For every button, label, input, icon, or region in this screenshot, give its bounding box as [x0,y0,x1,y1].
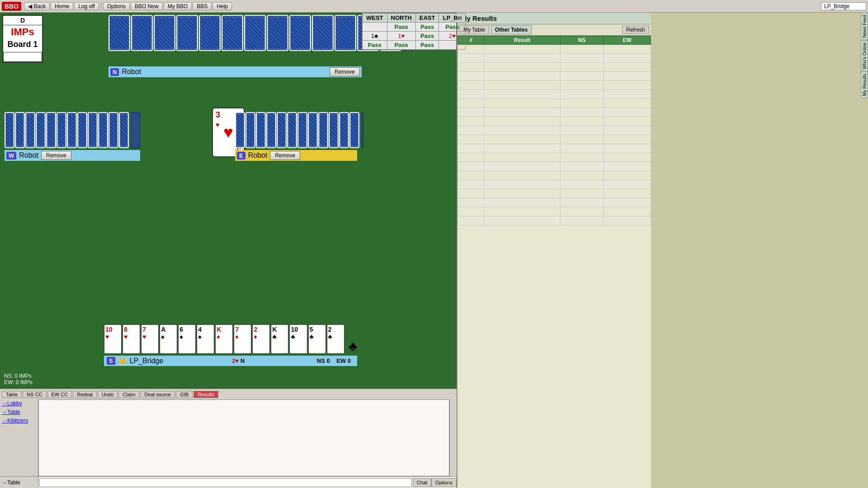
south-card-8h[interactable]: 8 ♥ [123,324,140,354]
tab-claim[interactable]: Claim [118,391,139,398]
south-card-7d[interactable]: 7 ♦ [234,324,251,354]
bbs-button[interactable]: BBS [193,2,212,10]
table-row [458,81,651,90]
west-card-3 [25,112,35,148]
board-scoring: IMPs [3,25,42,39]
south-card-10c[interactable]: 10 ♣ [289,324,307,354]
sidebar-vtabs: News Feed Who's Online My Results [861,13,868,98]
chat-link-kibitzers[interactable]: →Kibitzers [0,417,38,425]
chat-link-table[interactable]: →Table [0,408,38,417]
board-dealer: D [3,16,42,25]
chat-links: →Lobby →Table →Kibitzers [0,399,38,476]
west-cards [5,112,140,148]
back-button[interactable]: ◀ Back [24,2,50,10]
card-rank-top: 3♥ [216,110,220,129]
west-card-5 [46,112,56,148]
west-card-2 [15,112,25,148]
bidding-table: WEST NORTH EAST LP_Bri Pass Pass Pass [362,13,466,50]
chat-link-lobby[interactable]: →Lobby [0,399,38,408]
separator [101,2,101,11]
tab-results[interactable]: Results [193,391,218,398]
north-area: N Robot Remove [108,15,362,85]
south-card-10h[interactable]: 10 ♥ [104,324,122,354]
north-card-6 [222,15,243,51]
south-card-4s[interactable]: 4 ♠ [197,324,214,354]
col-result: Result [484,36,561,45]
ew-imps: EW: 0 IMPs [4,379,33,385]
table-row [458,117,651,126]
table-row [458,207,651,216]
west-card-6 [57,112,66,148]
south-card-2d[interactable]: 2 ♦ [252,324,270,354]
table-row [458,162,651,171]
south-card-5c[interactable]: 5 ♣ [308,324,326,354]
table-row [458,72,651,81]
bid-lp2: 2♥ [439,32,466,41]
east-card-6 [287,112,297,148]
results-grid: # Result NS EW [458,36,651,225]
sidebar-tab-whos-online[interactable]: Who's Online [861,40,868,71]
west-indicator [131,112,140,148]
tab-other-tables[interactable]: Other Tables [491,25,532,34]
help-button[interactable]: Help [212,2,232,10]
bid-row-2: 1♣ 1♥ Pass 2♥ [363,32,466,41]
bid-n3: Pass [387,41,415,50]
tab-table[interactable]: Table [2,391,22,398]
bbo-logo: BBO [2,2,21,11]
sidebar-tab-my-results[interactable]: My Results [861,71,868,98]
options-chat-button[interactable]: Options [431,478,457,487]
west-player-row: W Robot Remove [5,150,140,161]
west-remove-button[interactable]: Remove [41,151,71,160]
chat-main [38,399,449,476]
refresh-button[interactable]: Refresh [622,26,649,34]
south-card-as[interactable]: A ♠ [160,324,177,354]
north-card-9 [289,15,311,51]
table-row [458,54,651,63]
table-row [458,63,651,72]
my-results-title: My Results [458,13,651,24]
chat-input[interactable] [39,478,412,487]
bbo-now-button[interactable]: BBO Now [131,2,163,10]
col-ns: NS [561,36,604,45]
tab-gib[interactable]: GIB [176,391,193,398]
south-card-kc[interactable]: K ♣ [271,324,288,354]
north-player-name: Robot [122,68,141,76]
sidebar-tab-news-feed[interactable]: News Feed [861,13,868,40]
east-card-3 [256,112,266,148]
bid-col-east: EAST [415,14,439,23]
tab-ns-cc[interactable]: NS CC [23,391,46,398]
north-remove-button[interactable]: Remove [330,67,360,76]
options-button[interactable]: Options [103,2,130,10]
bid-e1: Pass [415,23,439,32]
chat-link-table2[interactable]: →Table [0,477,38,488]
tab-deal-source[interactable]: Deal source [140,391,175,398]
north-card-7 [244,15,266,51]
chat-button[interactable]: Chat [413,478,431,487]
east-card-12 [349,112,359,148]
east-remove-button[interactable]: Remove [270,151,300,160]
south-direction-badge: S [107,357,115,365]
tab-ew-cc[interactable]: EW CC [47,391,72,398]
south-card-kd[interactable]: K ♦ [215,324,233,354]
bid-n1: Pass [387,23,415,32]
south-card-6s[interactable]: 6 ♠ [178,324,196,354]
my-bbo-button[interactable]: My BBO [164,2,192,10]
east-area: E Robot Remove [235,112,357,161]
bid-lp1: Pass [439,23,466,32]
east-player-name: Robot [248,151,268,160]
tab-undo[interactable]: Undo [98,391,118,398]
north-card-2 [131,15,153,51]
logout-button[interactable]: Log off [74,2,99,10]
south-card-2c[interactable]: 2 ♣ [327,324,344,354]
south-card-7h[interactable]: 7 ♥ [141,324,159,354]
bottom-tabs: Table NS CC EW CC Redeal Undo Claim Deal… [0,389,457,399]
table-row [458,126,651,135]
west-card-4 [36,112,46,148]
home-button[interactable]: Home [51,2,73,10]
table-row [458,99,651,108]
table-row [458,216,651,225]
north-cards [108,15,362,65]
south-area: 10 ♥ 8 ♥ 7 ♥ A ♠ [104,324,357,366]
chat-scrollbar[interactable] [449,399,457,476]
tab-redeal[interactable]: Redeal [73,391,97,398]
